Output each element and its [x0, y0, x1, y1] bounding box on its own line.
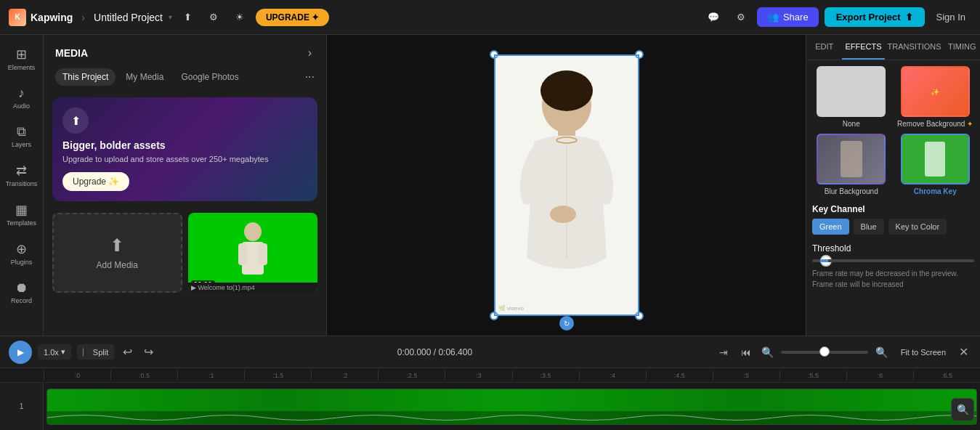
settings-icon-btn[interactable]: ⚙ [203, 9, 224, 25]
svg-point-8 [550, 206, 576, 223]
redo-button[interactable]: ↪ [141, 342, 156, 362]
media-title: MEDIA [55, 47, 88, 59]
handle-top-right[interactable] [635, 50, 644, 59]
project-dropdown-arrow[interactable]: ▾ [169, 13, 172, 21]
tab-timing[interactable]: TIMING [944, 35, 980, 60]
theme-icon-btn[interactable]: ☀ [230, 9, 250, 25]
share-button[interactable]: 👥 Share [757, 7, 819, 27]
layers-icon: ⧉ [17, 124, 26, 139]
key-btn-green[interactable]: Green [812, 219, 849, 235]
effect-none[interactable]: None [812, 66, 891, 128]
plugins-label: Plugins [11, 259, 33, 266]
zoom-in-btn[interactable]: 🔍 [872, 344, 891, 361]
media-panel: MEDIA › This Project My Media Google Pho… [44, 35, 327, 336]
ruler-mark-4: :4 [579, 370, 646, 381]
tab-this-project[interactable]: This Project [55, 68, 116, 86]
ruler-mark-15: :1.5 [244, 370, 311, 381]
fit-screen-button[interactable]: Fit to Screen [895, 345, 952, 360]
timeline: ▶ 1.0x ▾ ⎸ Split ↩ ↪ 0:00.000 / 0:06.400… [0, 336, 980, 430]
track-area: 🔍 [44, 383, 980, 430]
signin-button[interactable]: Sign In [931, 9, 971, 25]
svg-rect-3 [259, 243, 267, 265]
sidebar-item-transitions[interactable]: ⇄ Transitions [3, 157, 41, 193]
tab-transitions[interactable]: TRANSITIONS [885, 35, 944, 60]
ripple-edit-btn[interactable]: ⇥ [713, 344, 734, 361]
close-timeline-button[interactable]: ✕ [956, 342, 971, 362]
rotate-icon[interactable]: ↻ [559, 316, 574, 330]
tab-edit[interactable]: EDIT [806, 35, 842, 60]
key-btn-key-to-color[interactable]: Key to Color [888, 219, 947, 235]
templates-label: Templates [7, 219, 36, 227]
threshold-section: Threshold [812, 243, 974, 262]
chat-icon-btn[interactable]: 💬 [702, 9, 725, 25]
skip-start-btn[interactable]: ⏮ [738, 344, 754, 361]
sidebar-item-record[interactable]: ⏺ Record [3, 275, 41, 310]
timeline-tracks: 1 🔍 [0, 383, 980, 430]
sidebar-item-templates[interactable]: ▦ Templates [3, 196, 41, 232]
tab-my-media[interactable]: My Media [118, 68, 171, 86]
undo-button[interactable]: ↩ [120, 342, 135, 362]
timeline-ruler: :0 :0.5 :1 :1.5 :2 :2.5 :3 :3.5 :4 :4.5 … [0, 368, 980, 383]
sidebar-item-layers[interactable]: ⧉ Layers [3, 118, 41, 154]
export-button[interactable]: Export Project ⬆ [825, 7, 925, 27]
elements-icon: ⊞ [16, 46, 27, 62]
upgrade-button[interactable]: UPGRADE ✦ [256, 9, 329, 26]
zoom-out-btn[interactable]: 🔍 [758, 344, 777, 361]
effect-chroma-key[interactable]: Chroma Key [896, 134, 975, 195]
zoom-thumb[interactable] [819, 346, 830, 357]
transitions-label: Transitions [6, 180, 38, 187]
video-track[interactable] [46, 389, 977, 425]
effect-remove-bg[interactable]: ✨ Remove Background ✦ [896, 66, 975, 128]
ruler-mark-1: :1 [177, 370, 244, 381]
info-text: Frame rate may be decreased in the previ… [812, 268, 974, 290]
effect-chroma-key-thumb [901, 134, 970, 184]
effect-blur-bg-thumb [817, 134, 886, 184]
tabs-more-button[interactable]: ··· [305, 70, 315, 84]
tab-effects[interactable]: EFFECTS [842, 35, 884, 60]
canvas-frame[interactable]: 🌿 videvo ↻ [494, 54, 639, 316]
effect-remove-bg-thumb: ✨ [901, 66, 970, 117]
media-grid: ⬆ Add Media 00:06 ▶ Welcome to(1).mp4 [44, 207, 326, 299]
effects-content: None ✨ Remove Background ✦ [806, 60, 980, 336]
svg-rect-2 [238, 243, 247, 265]
audio-icon: ♪ [18, 86, 25, 101]
upgrade-card-title: Bigger, bolder assets [62, 139, 307, 151]
remove-bg-text: Remove Background [897, 120, 965, 128]
key-btn-blue[interactable]: Blue [854, 219, 884, 235]
key-channel-section: Key Channel Green Blue Key to Color [812, 204, 974, 235]
handle-top-left[interactable] [490, 50, 498, 59]
export-label: Export Project [836, 12, 901, 23]
project-name[interactable]: Untitled Project [94, 12, 163, 23]
play-button[interactable]: ▶ [9, 341, 32, 364]
tab-google-photos[interactable]: Google Photos [174, 68, 246, 86]
canvas-watermark: 🌿 videvo [498, 305, 524, 312]
gear-icon-btn[interactable]: ⚙ [731, 9, 751, 25]
media-thumbnail[interactable]: 00:06 ▶ Welcome to(1).mp4 [188, 213, 318, 293]
collapse-panel-button[interactable]: › [305, 44, 315, 62]
upgrade-card-button[interactable]: Upgrade ✨ [62, 172, 129, 191]
split-button[interactable]: ⎸ Split [77, 344, 114, 360]
logo: K Kapwing [9, 9, 73, 26]
waveform-svg [47, 411, 976, 424]
effect-none-thumb [817, 66, 886, 117]
rotate-handle[interactable]: ↻ [559, 316, 574, 330]
media-filename: Welcome to(1).mp4 [198, 284, 255, 291]
plugins-icon: ⊕ [16, 241, 27, 257]
add-media-card[interactable]: ⬆ Add Media [52, 213, 182, 293]
sidebar-item-elements[interactable]: ⊞ Elements [3, 41, 41, 77]
share-icon-btn[interactable]: ⬆ [178, 9, 198, 25]
zoom-slider[interactable] [781, 351, 868, 354]
ruler-mark-65: :6.5 [913, 370, 980, 381]
sidebar-item-audio[interactable]: ♪ Audio [3, 80, 41, 115]
ruler-mark-35: :3.5 [512, 370, 579, 381]
handle-bottom-left[interactable] [490, 312, 498, 320]
sidebar-item-plugins[interactable]: ⊕ Plugins [3, 235, 41, 272]
effect-blur-bg[interactable]: Blur Background [812, 134, 891, 195]
right-panel: EDIT EFFECTS TRANSITIONS TIMING None ✨ R… [806, 35, 980, 336]
handle-bottom-right[interactable] [635, 312, 644, 320]
ruler-mark-2: :2 [311, 370, 378, 381]
elements-label: Elements [8, 64, 36, 71]
threshold-slider[interactable] [812, 259, 974, 262]
search-timeline-button[interactable]: 🔍 [951, 398, 974, 421]
speed-button[interactable]: 1.0x ▾ [38, 344, 71, 360]
